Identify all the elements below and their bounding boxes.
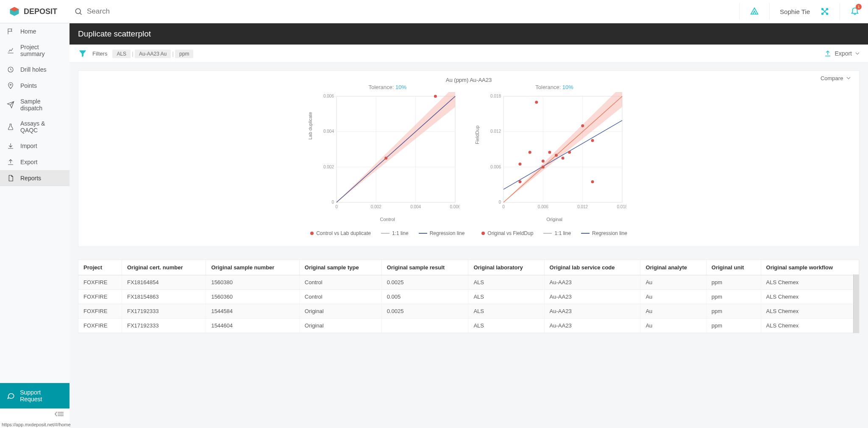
svg-point-56 <box>542 165 545 168</box>
svg-text:0.004: 0.004 <box>323 129 334 134</box>
svg-point-61 <box>568 151 571 154</box>
sidebar-item-export[interactable]: Export <box>0 154 70 170</box>
data-table: ProjectOriginal cert. numberOriginal sam… <box>78 260 859 333</box>
upload-icon <box>7 158 14 166</box>
tolerance-label: Tolerance: 10% <box>368 84 406 90</box>
filter-bar: Filters ALS | Au-AA23 Au | ppm Export <box>70 45 868 63</box>
svg-point-31 <box>434 95 437 98</box>
triangle-icon[interactable] <box>750 7 759 16</box>
svg-point-52 <box>518 180 521 183</box>
table-cell: Au-AA23 <box>544 319 640 333</box>
column-header[interactable]: Original sample result <box>381 260 468 275</box>
table-row[interactable]: FOXFIREFX181548631560360Control0.005ALSA… <box>78 290 859 304</box>
sidebar-item-assays-qaqc[interactable]: Assays & QAQC <box>0 116 70 138</box>
table-cell: Au <box>640 275 706 290</box>
sidebar-item-label: Import <box>20 143 37 149</box>
chevron-down-icon <box>846 76 851 80</box>
chart: Tolerance: 10%Lab duplicate00.0020.0040.… <box>310 84 465 236</box>
scatter-plot[interactable]: FieldDup00.0060.0120.01800.0060.0120.018 <box>482 92 626 215</box>
column-header[interactable]: Original unit <box>706 260 761 275</box>
table-cell: Au <box>640 304 706 319</box>
table-cell: 0.005 <box>381 290 468 304</box>
table-cell <box>381 319 468 333</box>
notifications[interactable]: 1 <box>850 6 860 17</box>
table-cell: Au <box>640 319 706 333</box>
column-header[interactable]: Project <box>78 260 122 275</box>
table-cell: 0.0025 <box>381 275 468 290</box>
svg-point-30 <box>384 157 387 159</box>
search-icon <box>74 7 83 16</box>
table-cell: ppm <box>706 304 761 319</box>
sidebar-item-label: Home <box>20 28 36 35</box>
table-cell: Original <box>299 319 381 333</box>
svg-text:0.018: 0.018 <box>490 94 501 98</box>
sidebar-item-import[interactable]: Import <box>0 138 70 154</box>
user-name[interactable]: Sophie Tie <box>780 8 810 15</box>
column-header[interactable]: Original laboratory <box>468 260 544 275</box>
sidebar-item-reports[interactable]: Reports <box>0 170 70 186</box>
column-header[interactable]: Original sample number <box>206 260 299 275</box>
filter-chip[interactable]: ppm <box>175 50 193 58</box>
drill-icon <box>7 66 14 73</box>
svg-text:0.006: 0.006 <box>450 204 460 209</box>
logo[interactable]: DEPOSIT <box>8 6 57 17</box>
svg-text:0.012: 0.012 <box>490 129 501 134</box>
svg-point-9 <box>10 84 11 85</box>
sidebar-item-sample-dispatch[interactable]: Sample dispatch <box>0 94 70 116</box>
sidebar-item-drill-holes[interactable]: Drill holes <box>0 62 70 78</box>
chart-icon <box>7 47 14 54</box>
pin-icon <box>7 82 14 90</box>
table-cell: 0.0025 <box>381 304 468 319</box>
x-axis-label: Original <box>546 217 562 222</box>
table-cell: FOXFIRE <box>78 275 122 290</box>
table-row[interactable]: FOXFIREFX171923331544584Original0.0025AL… <box>78 304 859 319</box>
sidebar-item-label: Sample dispatch <box>20 98 63 112</box>
download-icon <box>7 142 14 150</box>
compare-button[interactable]: Compare <box>821 75 851 81</box>
table-row[interactable]: FOXFIREFX181648541560380Control0.0025ALS… <box>78 275 859 290</box>
tolerance-label: Tolerance: 10% <box>535 84 573 90</box>
svg-point-63 <box>591 139 594 142</box>
upload-icon <box>824 50 832 57</box>
export-button[interactable]: Export <box>824 50 860 57</box>
header: DEPOSIT Sophie Tie 1 <box>0 0 868 23</box>
flask-icon <box>7 123 14 131</box>
collapse-sidebar[interactable] <box>0 408 70 421</box>
filter-icon[interactable] <box>78 49 87 58</box>
sidebar-item-project-summary[interactable]: Project summary <box>0 39 70 62</box>
svg-text:0.018: 0.018 <box>617 204 627 209</box>
scatter-plot[interactable]: Lab duplicate00.0020.0040.00600.0020.004… <box>315 92 459 215</box>
support-request[interactable]: Support Request <box>0 383 70 408</box>
table-cell: ALS Chemex <box>761 304 859 319</box>
table-cell: 1560360 <box>206 290 299 304</box>
svg-line-3 <box>80 13 81 14</box>
filter-chip[interactable]: Au-AA23 Au <box>135 50 171 58</box>
table-cell: ALS Chemex <box>761 275 859 290</box>
table-cell: ppm <box>706 290 761 304</box>
tools-icon[interactable] <box>820 7 829 16</box>
table-row[interactable]: FOXFIREFX171923331544604OriginalALSAu-AA… <box>78 319 859 333</box>
x-axis-label: Control <box>380 217 395 222</box>
sidebar-item-home[interactable]: Home <box>0 23 70 39</box>
svg-point-57 <box>542 159 545 162</box>
svg-point-55 <box>535 101 538 104</box>
search-input[interactable] <box>87 7 256 16</box>
svg-point-54 <box>529 151 531 154</box>
sidebar-item-points[interactable]: Points <box>0 78 70 94</box>
table-cell: ppm <box>706 319 761 333</box>
column-header[interactable]: Original analyte <box>640 260 706 275</box>
send-icon <box>7 101 14 109</box>
column-header[interactable]: Original lab service code <box>544 260 640 275</box>
table-cell: FOXFIRE <box>78 319 122 333</box>
column-header[interactable]: Original sample workflow <box>761 260 859 275</box>
table-scrollbar[interactable] <box>853 274 859 333</box>
chart-panel: Compare Au (ppm) Au-AA23 Tolerance: 10%L… <box>78 70 860 247</box>
filter-chip[interactable]: ALS <box>112 50 131 58</box>
svg-text:0.004: 0.004 <box>410 204 421 209</box>
column-header[interactable]: Original sample type <box>299 260 381 275</box>
search[interactable] <box>74 7 739 16</box>
table-cell: FX17192333 <box>122 304 206 319</box>
sidebar-item-label: Reports <box>20 175 41 182</box>
support-label: Support Request <box>20 389 63 403</box>
column-header[interactable]: Original cert. number <box>122 260 206 275</box>
